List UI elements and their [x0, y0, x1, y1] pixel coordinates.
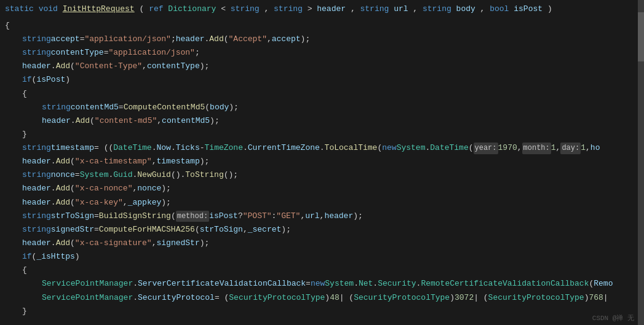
code-line: header . Add ( "x-ca-nonce" , nonce );: [0, 182, 644, 195]
code-container: static void InitHttpRequest ( ref Dictio…: [0, 0, 644, 325]
code-body: { string accept = "application/json" ; h…: [0, 19, 644, 318]
code-line: string timestamp = (( DateTime . Now . T…: [0, 141, 644, 155]
code-line: ServicePointManager . ServerCertificateV…: [0, 277, 644, 291]
code-line: header . Add ( "x-ca-key" , _appkey );: [0, 196, 644, 209]
code-line: if ( _isHttps ): [0, 250, 644, 264]
scrollbar[interactable]: [638, 0, 644, 325]
code-line: string signedStr = ComputeForHMACSHA256 …: [0, 223, 644, 237]
code-line: string accept = "application/json" ; hea…: [0, 33, 644, 46]
code-line: ServicePointManager . SecurityProtocol =…: [0, 291, 644, 305]
code-line: string contentType = "application/json" …: [0, 46, 644, 60]
code-line: if ( isPost ): [0, 73, 644, 87]
code-line: string strToSign = BuildSignString ( met…: [0, 209, 644, 223]
scrollbar-thumb[interactable]: [638, 12, 644, 61]
function-name: InitHttpRequest: [63, 4, 135, 14]
code-line: }: [0, 128, 644, 141]
code-line: {: [0, 264, 644, 277]
keyword-static: static: [5, 4, 34, 14]
code-line: header . Add ( "x-ca-timestamp" , timest…: [0, 155, 644, 168]
keyword-void: void: [39, 4, 58, 14]
watermark: CSDN @禅 无: [592, 313, 634, 323]
code-line: {: [0, 87, 644, 101]
code-line: }: [0, 305, 644, 318]
code-line: header . Add ( "x-ca-signature" , signed…: [0, 237, 644, 250]
code-line: string nonce = System . Guid . NewGuid (…: [0, 168, 644, 182]
function-header: static void InitHttpRequest ( ref Dictio…: [0, 0, 644, 19]
code-line: header . Add ( "Content-Type" , contentT…: [0, 60, 644, 73]
code-line: header . Add ( "content-md5" , contentMd…: [0, 114, 644, 128]
code-line: {: [0, 19, 644, 33]
code-line: string contentMd5 = ComputeContentMd5 ( …: [0, 101, 644, 114]
